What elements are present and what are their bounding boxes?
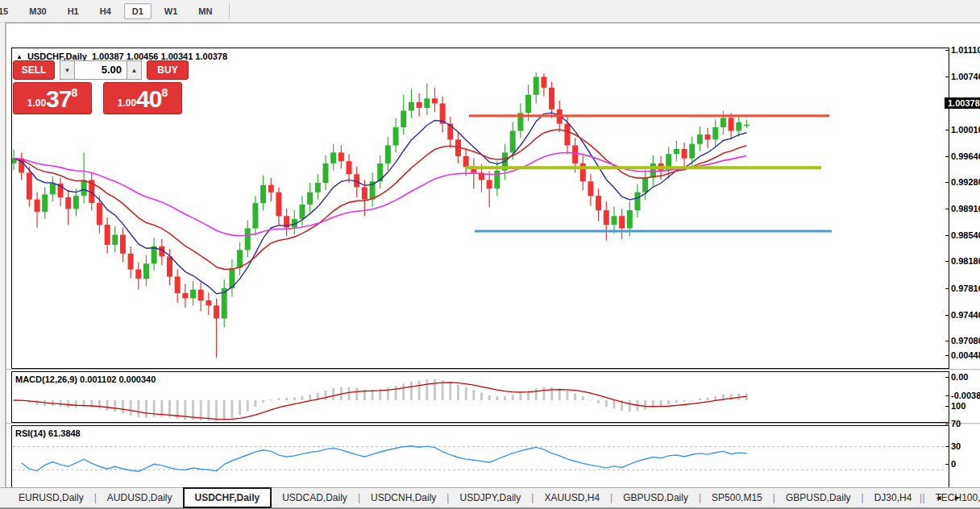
sell-price-big: 37 (46, 85, 71, 114)
chart-tab-audusd-1[interactable]: AUDUSD,Daily (97, 488, 183, 507)
tab-scroll-left-icon[interactable]: ◄ (935, 494, 942, 502)
candle-body (35, 200, 40, 212)
timeframe-button-15[interactable]: 15 (0, 3, 16, 19)
candle-body (347, 161, 352, 174)
macd-histogram-bar (418, 380, 421, 400)
macd-histogram-bar (559, 388, 561, 400)
candle-body (175, 277, 181, 294)
chart-tab-usdjpy-5[interactable]: USDJPY,Daily (449, 488, 531, 507)
macd-label: MACD(12,26,9) 0.001102 0.000340 (15, 375, 156, 384)
macd-histogram-bar (582, 396, 584, 400)
sell-button[interactable]: SELL (13, 60, 55, 80)
chart-tab-sp500-8[interactable]: SP500,M15 (701, 488, 773, 507)
chevron-up-icon: ▲ (131, 67, 138, 74)
candle-body (541, 77, 546, 87)
candle-body (315, 183, 321, 192)
candle-body (432, 98, 438, 103)
buy-button[interactable]: BUY (147, 60, 189, 80)
collapse-triangle-icon[interactable]: ▲ (16, 53, 23, 60)
candle-body (588, 181, 593, 196)
macd-histogram-bar (644, 400, 646, 410)
macd-histogram-bar (504, 396, 506, 400)
candle-body (143, 263, 149, 279)
tick-mark (945, 261, 949, 262)
candle-body (73, 196, 79, 209)
macd-histogram-bar (519, 393, 521, 400)
candle-body (135, 270, 141, 279)
macd-histogram-bar (434, 379, 436, 400)
macd-histogram-bar (75, 400, 77, 408)
tick-mark (945, 424, 949, 424)
macd-histogram-bar (395, 386, 397, 400)
macd-axis-label: 0.004487 (945, 350, 980, 361)
candle-body (268, 185, 274, 192)
tab-scroll-right-icon[interactable]: ► (953, 494, 961, 502)
rsi-label: RSI(14) 61.3848 (15, 428, 81, 438)
macd-histogram-bar (137, 400, 139, 417)
macd-histogram-bar (449, 382, 451, 400)
timeframe-button-w1[interactable]: W1 (156, 3, 186, 19)
macd-histogram-bar (239, 400, 241, 415)
timeframe-button-d1[interactable]: D1 (124, 3, 152, 19)
price-tick-label: 0.98180 (945, 255, 980, 267)
candle-body (65, 197, 71, 209)
candle-body (50, 184, 56, 194)
price-axis[interactable]: 1.011101.007401.000100.996400.992800.989… (945, 23, 980, 466)
volume-input[interactable]: 5.00 (75, 60, 127, 80)
chart-tab-usdchf-2[interactable]: USDCHF,Daily (183, 487, 272, 508)
macd-histogram-bar (707, 398, 709, 400)
rsi-line (22, 446, 747, 471)
tab-scroll-controls: | ◄ ► (920, 492, 961, 503)
candle-body (736, 122, 741, 131)
rsi-axis-label: 0 (945, 458, 956, 470)
chart-tab-usdcnh-4[interactable]: USDCNH,Daily (360, 488, 446, 507)
volume-decrease-button[interactable]: ▼ (60, 60, 75, 80)
macd-histogram-bar (293, 397, 296, 400)
candle-body (744, 125, 750, 126)
buy-price-quote[interactable]: 1.00 40 8 (103, 82, 182, 114)
tick-mark (945, 77, 949, 77)
chart-tab-gbpusd-9[interactable]: GBPUSD,Daily (775, 488, 862, 507)
macd-histogram-bar (36, 400, 39, 405)
macd-indicator-panel[interactable]: MACD(12,26,9) 0.001102 0.000340 (11, 371, 949, 423)
chart-tab-xauusd-6[interactable]: XAUUSD,H4 (534, 488, 610, 507)
tick-mark (945, 50, 949, 51)
macd-histogram-bar (67, 400, 69, 408)
candle-body (167, 256, 172, 276)
macd-histogram-bar (597, 400, 600, 403)
candle-body (572, 145, 578, 163)
price-tick-label: 0.99280 (945, 176, 980, 188)
chart-tab-bar: EURUSD,Daily|AUDUSD,DailyUSDCHF,DailyUSD… (0, 487, 980, 509)
candle-body (619, 216, 625, 228)
macd-histogram-bar (574, 393, 576, 400)
macd-histogram-bar (106, 400, 109, 411)
macd-histogram-bar (488, 395, 491, 400)
chevron-down-icon: ▼ (64, 67, 71, 74)
sell-price-quote[interactable]: 1.00 37 8 (13, 82, 92, 114)
candle-body (409, 102, 414, 111)
candle-body (97, 203, 102, 225)
macd-histogram-bar (426, 379, 428, 400)
macd-histogram-bar (660, 400, 662, 407)
macd-histogram-bar (348, 387, 351, 400)
candle-body (245, 228, 251, 250)
rsi-indicator-panel[interactable]: RSI(14) 61.3848 (11, 425, 949, 489)
chart-tab-eurusd-0[interactable]: EURUSD,Daily (8, 488, 94, 507)
macd-histogram-bar (512, 395, 514, 400)
timeframe-button-h1[interactable]: H1 (60, 3, 87, 19)
timeframe-button-h4[interactable]: H4 (92, 3, 119, 19)
macd-histogram-bar (612, 400, 615, 408)
macd-histogram-bar (254, 400, 256, 407)
tick-mark (945, 209, 949, 209)
candle-body (182, 293, 188, 298)
macd-histogram-bar (566, 391, 568, 400)
chart-tab-usdcad-3[interactable]: USDCAD,Daily (272, 488, 358, 507)
tick-mark (945, 182, 949, 183)
timeframe-button-m30[interactable]: M30 (21, 3, 54, 19)
timeframe-button-mn[interactable]: MN (190, 3, 220, 19)
candle-body (190, 290, 196, 299)
chart-tab-gbpusd-7[interactable]: GBPUSD,Daily (612, 488, 699, 507)
volume-increase-button[interactable]: ▲ (127, 60, 142, 80)
candle-body (237, 250, 243, 267)
chart-tab-dj30-10[interactable]: DJ30,H4 (864, 488, 923, 507)
